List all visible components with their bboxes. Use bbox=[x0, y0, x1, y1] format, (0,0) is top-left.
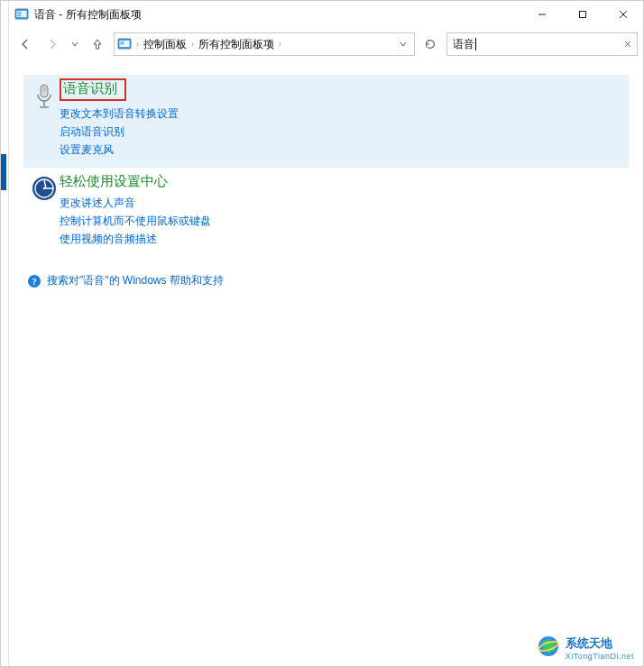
refresh-button[interactable] bbox=[419, 33, 441, 55]
control-panel-icon bbox=[117, 37, 132, 51]
navigation-bar: › 控制面板 › 所有控制面板项 › 语音 × bbox=[9, 28, 643, 60]
content-area: 语音识别 更改文本到语音转换设置 启动语音识别 设置麦克风 轻松使用设置中心 更… bbox=[9, 60, 643, 666]
ease-of-access-icon bbox=[29, 173, 60, 248]
close-button[interactable] bbox=[603, 1, 643, 28]
minimize-button[interactable] bbox=[521, 1, 562, 28]
svg-rect-2 bbox=[18, 12, 22, 13]
result-link[interactable]: 控制计算机而不使用鼠标或键盘 bbox=[60, 212, 621, 230]
result-title-link[interactable]: 语音识别 bbox=[60, 78, 126, 101]
result-title-link[interactable]: 轻松使用设置中心 bbox=[60, 173, 168, 190]
search-input[interactable]: 语音 × bbox=[446, 32, 638, 56]
breadcrumb[interactable]: 控制面板 bbox=[143, 37, 187, 52]
svg-rect-3 bbox=[18, 14, 22, 14]
watermark-url: XiTongTianDi.net bbox=[566, 652, 634, 661]
maximize-button[interactable] bbox=[562, 1, 603, 28]
svg-rect-6 bbox=[579, 12, 585, 18]
help-text: 搜索对"语音"的 Windows 帮助和支持 bbox=[47, 273, 224, 288]
control-panel-icon bbox=[14, 7, 29, 22]
help-icon: ? bbox=[27, 274, 41, 288]
titlebar: 语音 - 所有控制面板项 bbox=[9, 1, 643, 28]
result-speech-recognition: 语音识别 更改文本到语音转换设置 启动语音识别 设置麦克风 bbox=[23, 75, 629, 168]
window-title: 语音 - 所有控制面板项 bbox=[34, 7, 521, 23]
svg-point-21 bbox=[43, 187, 45, 189]
address-dropdown-button[interactable] bbox=[395, 41, 411, 48]
result-link[interactable]: 使用视频的音频描述 bbox=[60, 230, 621, 248]
control-panel-window: 语音 - 所有控制面板项 bbox=[8, 1, 643, 666]
search-value: 语音 bbox=[453, 38, 474, 50]
svg-rect-4 bbox=[18, 15, 22, 16]
result-ease-of-access: 轻松使用设置中心 更改讲述人声音 控制计算机而不使用鼠标或键盘 使用视频的音频描… bbox=[23, 168, 629, 257]
chevron-right-icon: › bbox=[279, 40, 281, 49]
result-link[interactable]: 更改文本到语音转换设置 bbox=[60, 105, 621, 123]
watermark-title: 系统天地 bbox=[566, 636, 612, 650]
svg-rect-12 bbox=[121, 43, 124, 44]
recent-locations-button[interactable] bbox=[69, 33, 81, 55]
back-button[interactable] bbox=[14, 33, 36, 55]
result-link[interactable]: 更改讲述人声音 bbox=[60, 194, 621, 212]
forward-button[interactable] bbox=[41, 33, 63, 55]
breadcrumb[interactable]: 所有控制面板项 bbox=[198, 37, 274, 52]
windows-help-link[interactable]: ? 搜索对"语音"的 Windows 帮助和支持 bbox=[23, 273, 629, 288]
svg-rect-11 bbox=[121, 41, 124, 42]
result-link[interactable]: 启动语音识别 bbox=[60, 123, 621, 141]
address-bar[interactable]: › 控制面板 › 所有控制面板项 › bbox=[114, 32, 415, 56]
chevron-right-icon: › bbox=[191, 40, 194, 49]
up-button[interactable] bbox=[87, 33, 108, 55]
globe-icon bbox=[537, 635, 560, 661]
watermark: 系统天地 XiTongTianDi.net bbox=[537, 635, 634, 661]
chevron-right-icon: › bbox=[136, 40, 139, 49]
clear-search-button[interactable]: × bbox=[624, 37, 631, 51]
svg-text:?: ? bbox=[32, 276, 37, 287]
result-link[interactable]: 设置麦克风 bbox=[60, 141, 621, 159]
microphone-icon bbox=[29, 80, 60, 159]
